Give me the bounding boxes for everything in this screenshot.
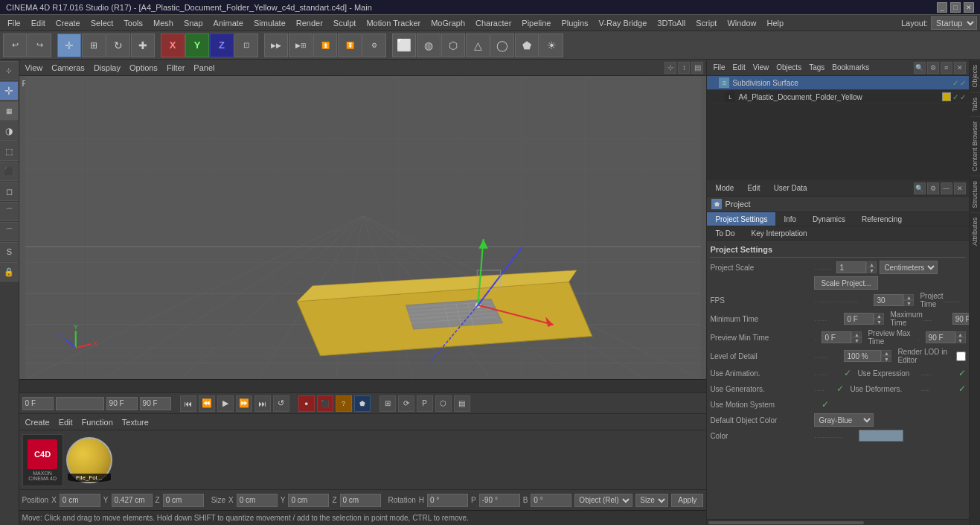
layout-select[interactable]: Startup xyxy=(931,16,977,30)
attr-minimize-btn[interactable]: — xyxy=(941,182,952,194)
tool-move[interactable]: ✛ xyxy=(0,81,19,101)
folder-color-swatch[interactable] xyxy=(942,92,951,101)
check-use-gen[interactable]: ✓ xyxy=(836,384,844,394)
sphere-btn[interactable]: ◍ xyxy=(417,34,441,57)
menu-file[interactable]: File xyxy=(3,17,25,29)
vp-menu-view[interactable]: View xyxy=(22,63,46,72)
menu-vray[interactable]: V-Ray Bridge xyxy=(595,17,652,29)
obj-item-subdivision[interactable]: S Subdivision Surface ✓ ✓ xyxy=(707,76,968,90)
anim-ctrl5[interactable]: ▤ xyxy=(454,395,470,412)
menu-character[interactable]: Character xyxy=(471,17,516,29)
tab-referencing[interactable]: Referencing xyxy=(854,212,910,226)
tool-select[interactable]: ⊹ xyxy=(0,61,19,80)
color-swatch[interactable] xyxy=(859,430,903,442)
fps-up-btn[interactable]: ▲ xyxy=(903,294,914,300)
menu-create[interactable]: Create xyxy=(51,17,85,29)
obj-mgr-bookmarks[interactable]: Bookmarks xyxy=(829,63,872,72)
obj-mgr-file[interactable]: File xyxy=(710,63,728,72)
anim-motion-btn[interactable]: ⬟ xyxy=(354,395,371,412)
vp-menu-options[interactable]: Options xyxy=(126,63,161,72)
size-x-input[interactable] xyxy=(237,494,278,507)
prevmin-up-btn[interactable]: ▲ xyxy=(851,331,862,337)
vp-menu-display[interactable]: Display xyxy=(91,63,124,72)
check-render-lod[interactable] xyxy=(956,351,966,361)
tool-lock[interactable]: 🔒 xyxy=(0,262,19,281)
apply-button[interactable]: Apply xyxy=(671,494,703,507)
render-preview-btn[interactable]: ▶▶ xyxy=(264,34,288,57)
settings-icon[interactable]: ≡ xyxy=(941,62,952,74)
subdiv-check[interactable]: ✓ xyxy=(952,79,958,87)
nurbs-btn[interactable]: ⬡ xyxy=(441,34,465,57)
check-use-anim[interactable]: ✓ xyxy=(844,368,851,378)
input-prev-max[interactable] xyxy=(926,331,955,343)
rot-b-input[interactable] xyxy=(531,494,571,507)
minimize-btn[interactable]: _ xyxy=(937,2,947,13)
mat-menu-edit[interactable]: Edit xyxy=(56,418,76,427)
obj-mgr-tags[interactable]: Tags xyxy=(806,63,827,72)
anim-record-btn[interactable]: ● xyxy=(298,395,315,412)
vert-tab-structure[interactable]: Structure xyxy=(970,176,980,213)
anim-current-input[interactable] xyxy=(56,397,104,410)
tool-checkered[interactable]: ▦ xyxy=(0,101,19,121)
rot-h-input[interactable] xyxy=(427,494,468,507)
attr-mode-edit[interactable]: Edit xyxy=(742,182,765,194)
input-lod[interactable] xyxy=(844,350,881,362)
z-axis-btn[interactable]: Z xyxy=(210,34,234,57)
menu-simulate[interactable]: Simulate xyxy=(249,17,290,29)
anim-goto-end-btn[interactable]: ⏭ xyxy=(254,395,271,412)
mint-down-btn[interactable]: ▼ xyxy=(874,319,884,325)
size-z-input[interactable] xyxy=(340,494,381,507)
attr-search-btn[interactable]: 🔍 xyxy=(914,182,926,194)
window-controls[interactable]: _ □ ✕ xyxy=(937,2,974,13)
tab-info[interactable]: Info xyxy=(775,212,804,226)
light-btn[interactable]: ☀ xyxy=(539,34,563,57)
vert-tab-attributes[interactable]: Attributes xyxy=(970,212,980,250)
subdiv-check2[interactable]: ✓ xyxy=(960,79,966,87)
redo-btn[interactable]: ↪ xyxy=(28,34,51,57)
anim-ctrl1[interactable]: ⊞ xyxy=(379,395,396,412)
tool-box[interactable]: ⬛ xyxy=(0,162,19,181)
select-default-color[interactable]: Gray-Blue xyxy=(814,413,874,427)
world-coord-btn[interactable]: ⊡ xyxy=(234,34,258,57)
anim-play-btn[interactable]: ▶ xyxy=(217,395,234,412)
material-thumbnail[interactable]: File_Fol... xyxy=(66,437,112,483)
check-use-expr[interactable]: ✓ xyxy=(958,368,966,378)
obj-mgr-edit[interactable]: Edit xyxy=(730,63,749,72)
render-full-btn[interactable]: ⏬ xyxy=(338,34,362,57)
render-anim-btn[interactable]: ⏫ xyxy=(313,34,337,57)
prevmin-down-btn[interactable]: ▼ xyxy=(851,337,862,343)
prevmax-up-btn[interactable]: ▲ xyxy=(955,331,966,337)
anim-ctrl2[interactable]: ⟳ xyxy=(398,395,414,412)
vp-ctrl-expand[interactable]: ⊹ xyxy=(664,62,676,74)
prevmax-down-btn[interactable]: ▼ xyxy=(955,337,966,343)
tab-project-settings[interactable]: Project Settings xyxy=(707,212,775,226)
spline-btn[interactable]: ◯ xyxy=(490,34,514,57)
filter-icon[interactable]: ⚙ xyxy=(927,62,939,74)
vp-menu-cameras[interactable]: Cameras xyxy=(48,63,88,72)
obj-item-folder[interactable]: L A4_Plastic_Document_Folder_Yellow ✓ ✓ xyxy=(707,90,968,104)
anim-record2-btn[interactable]: ⬛ xyxy=(317,395,333,412)
attr-settings-btn[interactable]: ⚙ xyxy=(927,182,939,194)
menu-mograph[interactable]: MoGraph xyxy=(426,17,470,29)
lod-down-btn[interactable]: ▼ xyxy=(881,356,891,362)
obj-mgr-objects[interactable]: Objects xyxy=(773,63,804,72)
tool-brush[interactable]: ⌒ xyxy=(0,222,19,241)
check-use-motion[interactable]: ✓ xyxy=(822,399,829,410)
transform-tool-btn[interactable]: ✚ xyxy=(131,34,155,57)
menu-plugins[interactable]: Plugins xyxy=(557,17,592,29)
menu-help[interactable]: Help xyxy=(763,17,789,29)
undo-btn[interactable]: ↩ xyxy=(3,34,27,57)
rot-p-input[interactable] xyxy=(479,494,520,507)
move-tool-btn[interactable]: ✛ xyxy=(57,34,81,57)
fps-down-btn[interactable]: ▼ xyxy=(903,300,914,306)
anim-ctrl3[interactable]: P xyxy=(417,395,433,412)
input-fps[interactable] xyxy=(874,294,903,306)
render-region-btn[interactable]: ▶⊞ xyxy=(289,34,313,57)
maximize-btn[interactable]: □ xyxy=(950,2,961,13)
menu-snap[interactable]: Snap xyxy=(179,17,208,29)
anim-keyframe-btn[interactable]: ? xyxy=(336,395,352,412)
menu-select[interactable]: Select xyxy=(86,17,118,29)
vp-ctrl-toggle[interactable]: ▤ xyxy=(691,62,703,74)
anim-ctrl4[interactable]: ⬡ xyxy=(435,395,452,412)
anim-start-input[interactable] xyxy=(22,397,54,410)
